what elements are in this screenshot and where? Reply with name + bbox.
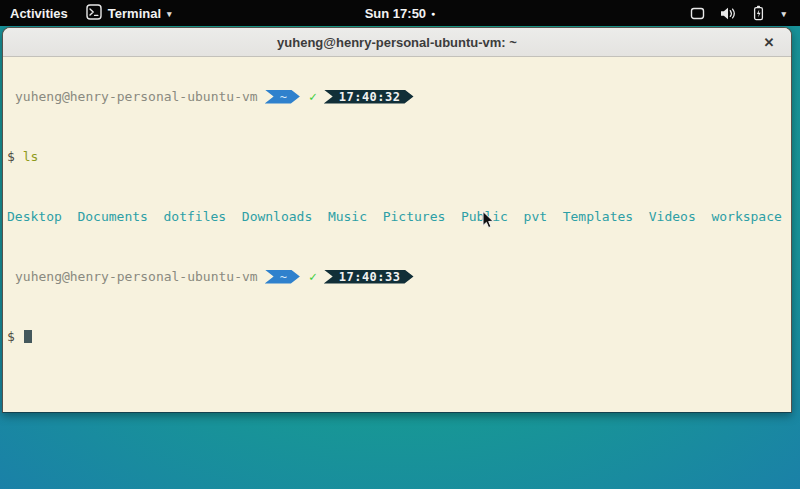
directory-listing: Desktop Documents dotfiles Downloads Mus… xyxy=(7,209,787,224)
check-icon: ✓ xyxy=(309,269,317,284)
terminal-window: yuheng@henry-personal-ubuntu-vm: ~ ✕ yuh… xyxy=(2,27,792,413)
top-bar: Activities Terminal ▾ Sun 17:50 ● xyxy=(0,0,800,26)
terminal-icon xyxy=(86,4,102,23)
prompt-line-2: yuheng@henry-personal-ubuntu-vm ~ ✓ 17:4… xyxy=(7,269,787,284)
battery-charging-icon xyxy=(751,5,766,21)
command-line: $ ls xyxy=(7,149,787,164)
window-titlebar[interactable]: yuheng@henry-personal-ubuntu-vm: ~ ✕ xyxy=(3,28,791,57)
chevron-down-icon: ▾ xyxy=(167,8,172,19)
typed-command: ls xyxy=(23,149,39,164)
prompt-symbol: $ xyxy=(7,149,15,164)
terminal-content[interactable]: yuheng@henry-personal-ubuntu-vm ~ ✓ 17:4… xyxy=(3,57,791,413)
notification-dot: ● xyxy=(431,9,435,17)
screen-icon xyxy=(690,6,705,21)
prompt-symbol: $ xyxy=(7,329,15,344)
prompt-path-segment: ~ xyxy=(265,270,300,284)
terminal-cursor xyxy=(24,330,32,343)
app-menu-terminal[interactable]: Terminal ▾ xyxy=(86,4,172,23)
activities-button[interactable]: Activities xyxy=(10,6,68,21)
close-button[interactable]: ✕ xyxy=(757,28,781,57)
prompt-line-1: yuheng@henry-personal-ubuntu-vm ~ ✓ 17:4… xyxy=(7,89,787,104)
volume-icon xyxy=(720,6,736,21)
prompt-path-segment: ~ xyxy=(265,90,300,104)
app-menu-label: Terminal xyxy=(108,6,161,21)
prompt-user: yuheng@henry-personal-ubuntu-vm xyxy=(7,269,258,284)
window-title: yuheng@henry-personal-ubuntu-vm: ~ xyxy=(277,35,517,50)
chevron-down-icon: ▾ xyxy=(781,8,786,19)
prompt-time-segment: 17:40:33 xyxy=(324,270,414,284)
prompt-time-segment: 17:40:32 xyxy=(324,90,414,104)
system-status-area[interactable]: ▾ xyxy=(690,5,800,21)
check-icon: ✓ xyxy=(309,89,317,104)
prompt-user: yuheng@henry-personal-ubuntu-vm xyxy=(7,89,258,104)
desktop: { "top_bar": { "activities_label": "Acti… xyxy=(0,0,800,489)
input-line: $ xyxy=(7,329,787,344)
clock-button[interactable]: Sun 17:50 xyxy=(365,6,426,21)
